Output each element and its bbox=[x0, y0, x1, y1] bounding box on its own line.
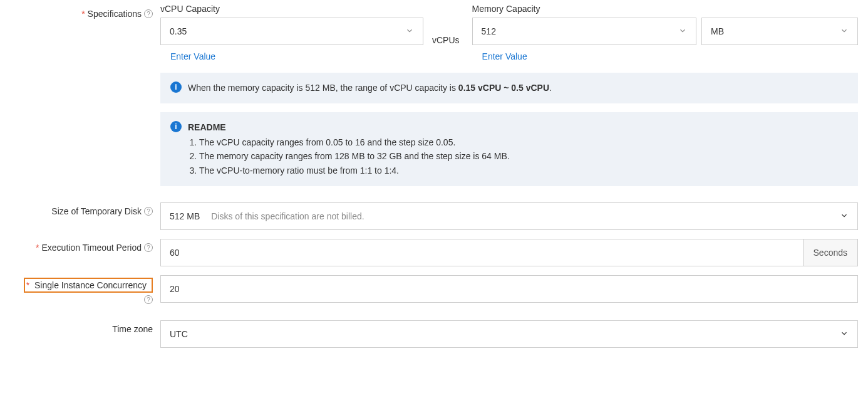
specifications-label: Specifications bbox=[88, 9, 142, 19]
memory-value: 512 bbox=[482, 26, 496, 36]
concurrency-row: * Single Instance Concurrency ? bbox=[10, 275, 858, 304]
disk-row: Size of Temporary Disk ? 512 MB Disks of… bbox=[10, 202, 858, 230]
timeout-unit: Seconds bbox=[803, 239, 858, 266]
readme-box: i README The vCPU capacity ranges from 0… bbox=[160, 112, 858, 186]
memory-select[interactable]: 512 bbox=[472, 18, 696, 45]
timezone-label: Time zone bbox=[112, 324, 153, 334]
help-icon[interactable]: ? bbox=[144, 9, 153, 18]
disk-description: Disks of this specification are not bill… bbox=[211, 211, 364, 221]
readme-item: The vCPU-to-memory ratio must be from 1:… bbox=[199, 164, 510, 177]
vcpu-range-hint: i When the memory capacity is 512 MB, th… bbox=[160, 73, 858, 103]
timezone-row: Time zone UTC bbox=[10, 320, 858, 348]
concurrency-label-col: * Single Instance Concurrency ? bbox=[10, 275, 160, 304]
memory-enter-value-link[interactable]: Enter Value bbox=[472, 51, 858, 61]
timeout-input[interactable] bbox=[160, 239, 803, 266]
memory-unit-select[interactable]: MB bbox=[701, 18, 858, 45]
timeout-label: Execution Timeout Period bbox=[41, 243, 142, 253]
concurrency-highlight: * Single Instance Concurrency bbox=[24, 278, 153, 293]
disk-label-col: Size of Temporary Disk ? bbox=[10, 202, 160, 216]
chevron-down-icon bbox=[840, 26, 849, 37]
help-icon[interactable]: ? bbox=[144, 295, 153, 304]
timeout-label-col: * Execution Timeout Period ? bbox=[10, 239, 160, 253]
readme-item: The memory capacity ranges from 128 MB t… bbox=[199, 149, 510, 163]
chevron-down-icon bbox=[678, 26, 687, 37]
specifications-content: vCPU Capacity 0.35 Enter Value vCPUs Mem… bbox=[160, 5, 858, 186]
timezone-label-col: Time zone bbox=[10, 320, 160, 334]
specifications-row: * Specifications ? vCPU Capacity 0.35 En… bbox=[10, 5, 858, 186]
concurrency-label: Single Instance Concurrency bbox=[34, 280, 147, 290]
hint-bold: 0.15 vCPU ~ 0.5 vCPU bbox=[458, 83, 549, 93]
memory-unit: MB bbox=[711, 26, 724, 36]
required-asterisk: * bbox=[81, 9, 85, 19]
chevron-down-icon bbox=[840, 329, 849, 340]
timezone-select[interactable]: UTC bbox=[160, 320, 858, 348]
vcpu-enter-value-link[interactable]: Enter Value bbox=[160, 51, 423, 61]
chevron-down-icon bbox=[840, 211, 849, 222]
disk-value: 512 MB bbox=[170, 211, 200, 221]
concurrency-input[interactable] bbox=[160, 275, 858, 303]
vcpu-value: 0.35 bbox=[170, 26, 187, 36]
required-asterisk: * bbox=[36, 243, 39, 253]
disk-select[interactable]: 512 MB Disks of this specification are n… bbox=[160, 202, 858, 230]
specifications-label-col: * Specifications ? bbox=[10, 5, 160, 19]
readme-item: The vCPU capacity ranges from 0.05 to 16… bbox=[199, 135, 510, 149]
info-icon: i bbox=[170, 121, 182, 132]
required-asterisk: * bbox=[26, 280, 29, 290]
chevron-down-icon bbox=[405, 26, 414, 37]
timezone-value: UTC bbox=[170, 329, 188, 339]
readme-title: README bbox=[188, 121, 510, 134]
hint-prefix: When the memory capacity is 512 MB, the … bbox=[188, 83, 458, 93]
info-icon: i bbox=[170, 81, 182, 93]
help-icon[interactable]: ? bbox=[144, 207, 153, 216]
memory-capacity-label: Memory Capacity bbox=[472, 4, 858, 14]
disk-label: Size of Temporary Disk bbox=[51, 206, 142, 216]
readme-list: The vCPU capacity ranges from 0.05 to 16… bbox=[188, 135, 510, 177]
vcpu-select[interactable]: 0.35 bbox=[160, 18, 423, 45]
vcpu-unit: vCPUs bbox=[423, 35, 468, 45]
help-icon[interactable]: ? bbox=[144, 243, 153, 252]
vcpu-capacity-label: vCPU Capacity bbox=[160, 4, 423, 14]
timeout-row: * Execution Timeout Period ? Seconds bbox=[10, 239, 858, 266]
hint-suffix: . bbox=[549, 83, 552, 93]
